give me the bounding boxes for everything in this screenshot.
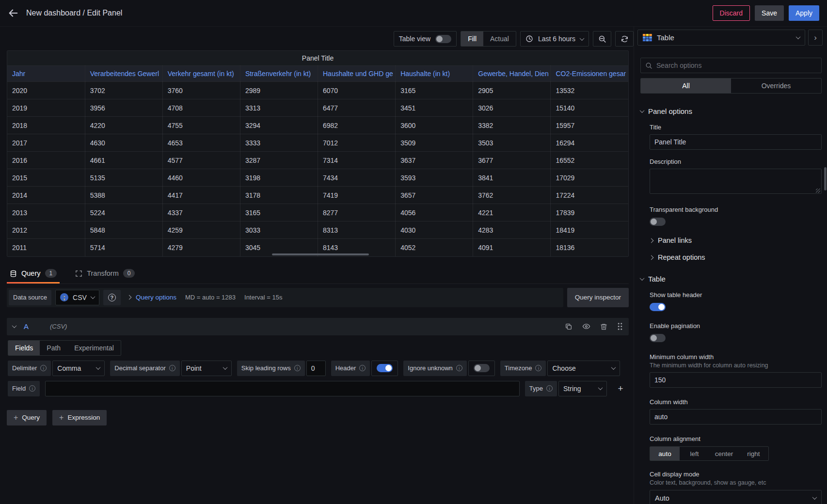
add-field-button[interactable]: + [612, 381, 629, 396]
column-header[interactable]: CO2-Emissionen gesar [551, 66, 628, 82]
tab-fields[interactable]: Fields [8, 341, 40, 355]
collapse-chevron-icon[interactable] [12, 323, 17, 328]
add-expression-button[interactable]: + Expression [52, 410, 107, 425]
repeat-options-expander[interactable]: Repeat options [650, 253, 822, 261]
delimiter-select[interactable]: Comma [52, 361, 105, 376]
cell-display-mode-desc: Color text, background, show as gauge, e… [650, 479, 822, 486]
description-label: Description [650, 158, 822, 165]
topbar-actions: Discard Save Apply [713, 5, 819, 21]
zoom-out-button[interactable] [593, 31, 611, 47]
query-ref-id[interactable]: A [24, 322, 29, 331]
tab-transform[interactable]: Transform 0 [74, 264, 136, 284]
chevron-down-icon [598, 385, 603, 390]
column-header[interactable]: Jahr [7, 66, 85, 82]
query-editor-actions [565, 322, 623, 331]
drag-handle-icon[interactable] [617, 322, 623, 331]
collapse-sidebar-button[interactable]: › [808, 30, 823, 46]
refresh-button[interactable] [615, 31, 634, 47]
fill-option[interactable]: Fill [461, 32, 483, 46]
panel-links-expander[interactable]: Panel links [650, 236, 822, 244]
sidebar-scrollbar[interactable] [824, 167, 827, 190]
show-table-header-toggle[interactable] [650, 303, 666, 311]
timezone-select[interactable]: Choose [547, 361, 620, 376]
field-type-select[interactable]: String [558, 381, 607, 396]
enable-pagination-label: Enable pagination [650, 322, 822, 330]
align-auto-option[interactable]: auto [650, 447, 680, 460]
info-icon [169, 365, 175, 371]
table-header-row: JahrVerarbeitendes GewerlVerkehr gesamt … [7, 66, 628, 82]
table-cell: 4221 [473, 204, 551, 221]
table-view-toggle-box: Table view [394, 31, 457, 47]
table-cell: 5388 [85, 187, 162, 204]
decimal-separator-select[interactable]: Point [181, 361, 232, 376]
tab-all[interactable]: All [641, 79, 731, 93]
tab-query[interactable]: Query 1 [9, 264, 58, 284]
align-right-option[interactable]: right [739, 447, 768, 460]
description-textarea[interactable] [650, 169, 822, 194]
actual-option[interactable]: Actual [483, 32, 516, 46]
panel-title-input[interactable] [650, 134, 822, 150]
datasource-help-button[interactable] [103, 290, 121, 305]
table-cell: 2013 [7, 204, 85, 221]
trash-icon[interactable] [600, 323, 607, 331]
table-cell: 3198 [240, 169, 318, 187]
column-header[interactable]: Verarbeitendes Gewerl [85, 66, 162, 82]
time-range-picker[interactable]: Last 6 hours [520, 31, 589, 47]
tab-overrides[interactable]: Overrides [731, 79, 821, 93]
table-cell: 3333 [240, 134, 318, 152]
align-center-option[interactable]: center [709, 447, 739, 460]
ignore-unknown-toggle[interactable] [474, 364, 490, 372]
column-header[interactable]: Haushalte und GHD ge [318, 66, 396, 82]
min-column-width-input[interactable] [650, 372, 822, 388]
eye-icon[interactable] [582, 322, 590, 331]
column-header[interactable]: Haushalte (in kt) [396, 66, 473, 82]
tab-experimental[interactable]: Experimental [67, 341, 121, 355]
transform-icon [75, 270, 82, 277]
align-left-option[interactable]: left [680, 447, 709, 460]
time-range-label: Last 6 hours [538, 35, 575, 43]
skip-rows-input[interactable] [306, 361, 326, 376]
table-section-header[interactable]: Table [640, 275, 822, 283]
all-overrides-tabs: All Overrides [640, 78, 822, 94]
table-cell: 15957 [551, 117, 628, 134]
main-column: Table view Fill Actual Last 6 hours [0, 27, 634, 504]
panel-toolbar: Table view Fill Actual Last 6 hours [7, 27, 634, 48]
horizontal-scrollbar[interactable] [272, 253, 369, 255]
panel-options-section-header[interactable]: Panel options [640, 107, 822, 115]
query-options-expander[interactable]: Query options [127, 294, 176, 301]
chevron-down-icon [812, 495, 817, 500]
back-arrow-icon[interactable] [8, 8, 18, 18]
table-cell: 18136 [551, 239, 628, 256]
table-cell: 3287 [240, 152, 318, 169]
datasource-picker[interactable]: ; CSV [55, 290, 99, 305]
column-header[interactable]: Verkehr gesamt (in kt) [162, 66, 240, 82]
table-cell: 4653 [162, 134, 240, 152]
column-header[interactable]: Gewerbe, Handel, Dien [473, 66, 551, 82]
tab-path[interactable]: Path [40, 341, 67, 355]
cell-display-mode-label: Cell display mode [650, 471, 822, 478]
column-width-input[interactable] [650, 409, 822, 425]
table-cell: 7434 [318, 169, 396, 187]
apply-button[interactable]: Apply [789, 5, 819, 21]
viz-picker[interactable]: Table [637, 30, 805, 46]
discard-button[interactable]: Discard [713, 5, 750, 21]
table-cell: 7419 [318, 187, 396, 204]
query-tab-label: Query [21, 269, 41, 277]
cell-display-mode-select[interactable]: Auto [650, 490, 822, 504]
header-label: Header [331, 361, 370, 376]
header-toggle[interactable] [377, 364, 393, 372]
duplicate-icon[interactable] [565, 323, 573, 331]
datasource-row: Data source ; CSV Query options MD = aut… [7, 288, 629, 307]
search-options-input[interactable] [656, 62, 817, 69]
add-query-button[interactable]: + Query [7, 410, 47, 425]
save-button[interactable]: Save [755, 5, 784, 21]
table-view-toggle[interactable] [435, 35, 451, 43]
table-cell: 15140 [551, 99, 628, 117]
enable-pagination-toggle[interactable] [650, 334, 666, 342]
column-header[interactable]: Straßenverkehr (in kt) [240, 66, 318, 82]
field-name-input[interactable] [45, 381, 520, 396]
query-inspector-button[interactable]: Query inspector [567, 288, 629, 307]
transparent-background-toggle[interactable] [650, 218, 666, 226]
query-options-label: Query options [136, 294, 176, 301]
table-cell: 3956 [85, 99, 162, 117]
